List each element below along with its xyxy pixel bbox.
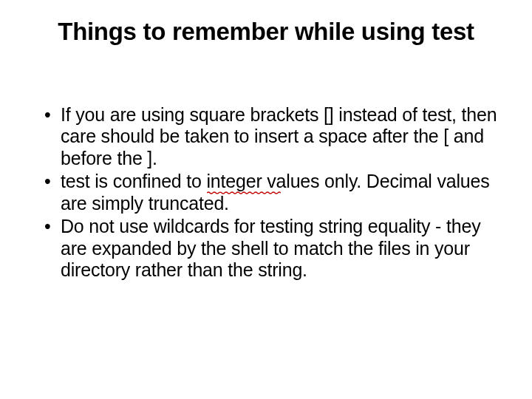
list-item: If you are using square brackets [] inst… [44, 104, 501, 170]
list-item: Do not use wildcards for testing string … [44, 216, 501, 282]
slide: Things to remember while using test If y… [0, 0, 532, 399]
slide-title: Things to remember while using test [31, 19, 501, 45]
spellcheck-underline-icon [207, 191, 281, 194]
bullet-list: If you are using square brackets [] inst… [31, 104, 501, 282]
slide-body: If you are using square brackets [] inst… [31, 104, 501, 282]
spellcheck-word: integer values [207, 171, 320, 193]
bullet-text: Do not use wildcards for testing string … [61, 216, 480, 280]
bullet-text-pre: test is confined to [61, 171, 207, 191]
bullet-text: If you are using square brackets [] inst… [61, 104, 497, 168]
bullet-text-word: integer values [207, 171, 320, 191]
list-item: test is confined to integer values only.… [44, 171, 501, 214]
